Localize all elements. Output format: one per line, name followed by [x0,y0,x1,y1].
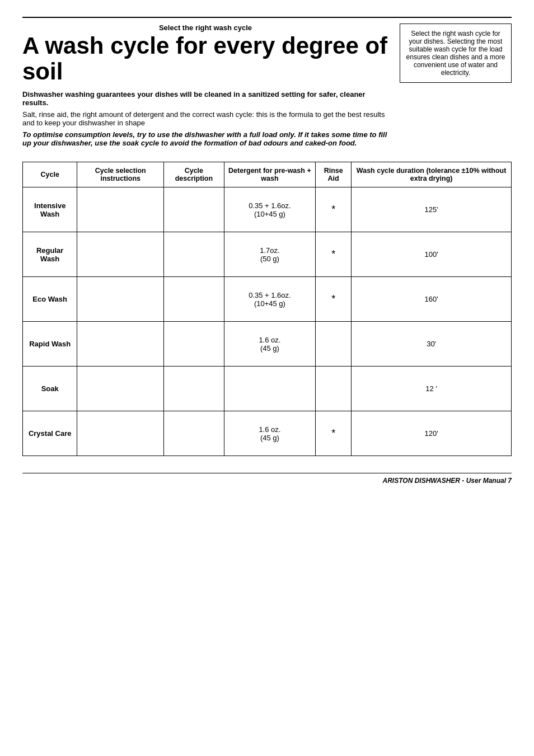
table-header-row: Cycle Cycle selection instructions Cycle… [23,162,512,187]
table-row: Rapid Wash1.6 oz.(45 g)30' [23,322,512,367]
table-row: Soak12 ' [23,367,512,411]
intro-normal: Salt, rinse aid, the right amount of det… [22,110,388,127]
cell-duration-3: 30' [352,322,512,367]
footer-text: ARISTON DISHWASHER - User Manual 7 [383,477,512,485]
cell-rinse-1: * [316,232,352,277]
sidebar-info: Select the right wash cycle for your dis… [400,24,512,83]
sidebar-text: Select the right wash cycle for your dis… [406,30,505,77]
cell-cycle-5: Crystal Care [23,411,77,456]
col-header-duration: Wash cycle duration (tolerance ±10% with… [352,162,512,187]
cell-rinse-3 [316,322,352,367]
cell-duration-2: 160' [352,277,512,322]
cell-description-0 [164,187,224,232]
cell-detergent-1: 1.7oz.(50 g) [224,232,315,277]
cell-cycle-0: Intensive Wash [23,187,77,232]
cell-selection-4 [77,367,164,411]
cell-duration-5: 120' [352,411,512,456]
cell-selection-0 [77,187,164,232]
cell-detergent-0: 0.35 + 1.6oz.(10+45 g) [224,187,315,232]
cell-cycle-2: Eco Wash [23,277,77,322]
cell-duration-0: 125' [352,187,512,232]
header-left: Select the right wash cycle A wash cycle… [22,24,388,151]
col-header-rinse: Rinse Aid [316,162,352,187]
footer: ARISTON DISHWASHER - User Manual 7 [22,473,512,485]
col-header-description: Cycle description [164,162,224,187]
cell-selection-5 [77,411,164,456]
cell-cycle-4: Soak [23,367,77,411]
cell-cycle-1: Regular Wash [23,232,77,277]
cell-description-5 [164,411,224,456]
header-section: Select the right wash cycle A wash cycle… [22,24,512,151]
cell-description-1 [164,232,224,277]
cell-selection-1 [77,232,164,277]
cell-duration-4: 12 ' [352,367,512,411]
cell-description-2 [164,277,224,322]
cell-detergent-5: 1.6 oz.(45 g) [224,411,315,456]
intro-bold2: To optimise consumption levels, try to u… [22,130,388,147]
table-row: Intensive Wash0.35 + 1.6oz.(10+45 g)*125… [23,187,512,232]
intro-bold: Dishwasher washing guarantees your dishe… [22,90,388,107]
cell-selection-2 [77,277,164,322]
col-header-cycle: Cycle [23,162,77,187]
col-header-detergent: Detergent for pre-wash + wash [224,162,315,187]
cell-description-4 [164,367,224,411]
table-row: Eco Wash0.35 + 1.6oz.(10+45 g)*160' [23,277,512,322]
cell-rinse-2: * [316,277,352,322]
table-row: Regular Wash1.7oz.(50 g)*100' [23,232,512,277]
cell-detergent-3: 1.6 oz.(45 g) [224,322,315,367]
cell-description-3 [164,322,224,367]
cell-duration-1: 100' [352,232,512,277]
cell-detergent-2: 0.35 + 1.6oz.(10+45 g) [224,277,315,322]
cell-detergent-4 [224,367,315,411]
cell-cycle-3: Rapid Wash [23,322,77,367]
cell-rinse-4 [316,367,352,411]
cell-rinse-0: * [316,187,352,232]
top-border [22,17,512,18]
main-title: A wash cycle for every degree of soil [22,33,388,84]
table-row: Crystal Care1.6 oz.(45 g)*120' [23,411,512,456]
col-header-selection: Cycle selection instructions [77,162,164,187]
wash-cycle-table: Cycle Cycle selection instructions Cycle… [22,162,512,456]
cell-rinse-5: * [316,411,352,456]
subtitle: Select the right wash cycle [22,24,388,32]
cell-selection-3 [77,322,164,367]
